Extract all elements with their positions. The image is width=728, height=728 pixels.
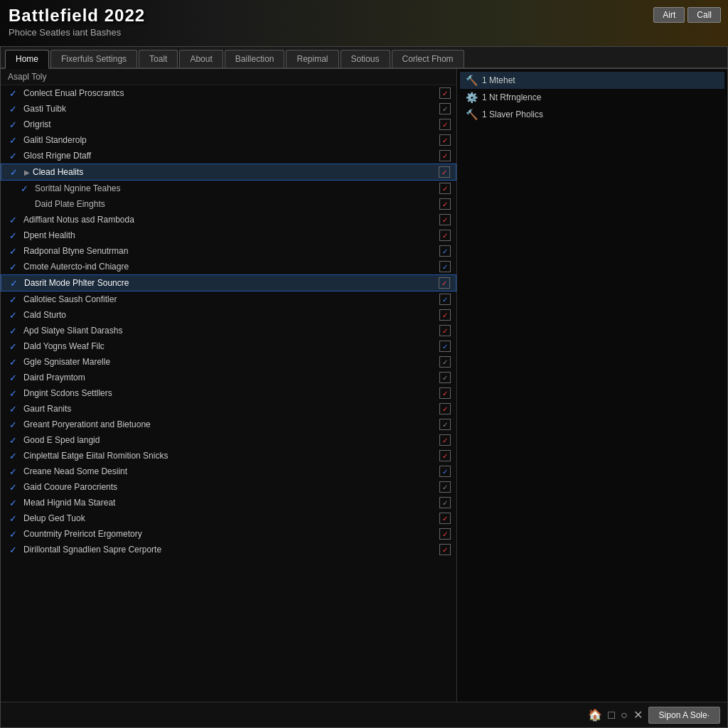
arrow-icon: ▶	[24, 168, 30, 176]
tab-baillection[interactable]: Baillection	[225, 50, 285, 68]
list-item[interactable]: ✓Ggle Sgnisater Marelle✓	[1, 354, 456, 370]
checkbox-icon[interactable]: ✓	[439, 419, 451, 430]
list-item[interactable]: ✓Mead Hignid Ma Stareat✓	[1, 495, 456, 510]
checkbox-icon[interactable]: ✓	[439, 450, 451, 461]
list-item[interactable]: ✓Callotiec Saush Confitler✓	[1, 291, 456, 307]
right-item[interactable]: ⚙️1 Nt Rfrnglence	[460, 89, 724, 106]
item-text: Cinplettal Eatge Eiital Romition Snicks	[23, 451, 439, 461]
checkbox-icon[interactable]: ✓	[439, 119, 451, 130]
list-item[interactable]: ✓Gasti Tuibk✓	[1, 101, 456, 117]
checkbox-icon[interactable]: ✓	[439, 277, 450, 289]
checkbox-icon[interactable]: ✓	[439, 466, 451, 477]
list-item[interactable]: ✓Dald Yogns Weaf Filc✓	[1, 338, 456, 354]
checkbox-icon[interactable]: ✓	[439, 150, 451, 161]
checkbox-icon[interactable]: ✓	[439, 434, 451, 446]
checkbox-icon[interactable]: ✓	[439, 245, 451, 257]
item-text: Gaid Cooure Parocrients	[23, 482, 439, 492]
tab-about[interactable]: About	[179, 50, 223, 68]
checkbox-icon[interactable]: ✓	[439, 372, 451, 383]
checkbox-icon[interactable]: ✓	[439, 513, 451, 524]
checkbox-icon[interactable]: ✓	[439, 261, 451, 272]
checkbox-icon[interactable]: ✓	[439, 230, 451, 241]
checkbox-icon[interactable]: ✓	[439, 183, 451, 194]
check-icon: ✓	[10, 278, 20, 289]
checkbox-icon[interactable]: ✓	[439, 544, 451, 555]
checkbox-icon[interactable]: ✓	[439, 481, 451, 493]
list-item[interactable]: ✓Cinplettal Eatge Eiital Romition Snicks…	[1, 448, 456, 464]
list-item[interactable]: ✓Sorittal Ngnine Teahes✓	[1, 181, 456, 196]
list-item[interactable]: ✓Dirillontall Sgnadlien Sapre Cerporte✓	[1, 542, 456, 557]
list-item[interactable]: ✓Daird Praymtom✓	[1, 370, 456, 385]
list-item[interactable]: ✓Origrist✓	[1, 117, 456, 132]
tab-corlect[interactable]: Corlect Fhom	[392, 50, 464, 68]
close-icon[interactable]: ✕	[633, 708, 643, 722]
check-icon: ✓	[9, 545, 19, 555]
checkbox-icon[interactable]: ✓	[439, 403, 451, 414]
tab-repimal[interactable]: Repimal	[286, 50, 338, 68]
checkbox-icon[interactable]: ✓	[439, 356, 451, 368]
list-item[interactable]: ✓Dasrit Mode Phlter Souncre✓	[1, 274, 456, 291]
item-text: Dasrit Mode Phlter Souncre	[24, 278, 439, 288]
tab-home[interactable]: Home	[5, 50, 49, 69]
list-item[interactable]: ✓Greant Poryerationt and Bietuone✓	[1, 417, 456, 432]
right-item-icon: 🔨	[466, 75, 478, 86]
check-icon: ✓	[9, 262, 19, 272]
checkbox-icon[interactable]: ✓	[439, 294, 451, 305]
checkbox-area: ✓	[439, 150, 451, 161]
left-panel: Asapl Toly ✓Conlect Enual Proscrantcs✓✓G…	[1, 69, 457, 702]
checkbox-icon[interactable]: ✓	[439, 325, 451, 336]
list-item[interactable]: ✓Gaurt Ranits✓	[1, 401, 456, 417]
checkbox-icon[interactable]: ✓	[439, 134, 451, 146]
list-item[interactable]: ✓Gaid Cooure Parocrients✓	[1, 479, 456, 495]
circle-icon[interactable]: ○	[621, 709, 628, 722]
item-text: Dpent Healith	[23, 230, 439, 240]
square-icon[interactable]: □	[608, 709, 615, 722]
checkbox-icon[interactable]: ✓	[439, 214, 451, 225]
list-item[interactable]: ✓Cald Sturto✓	[1, 307, 456, 323]
list-item[interactable]: ✓Apd Siatye Sliant Darashs✓	[1, 323, 456, 338]
right-item[interactable]: 🔨1 Mtehet	[460, 72, 724, 89]
list-item[interactable]: ✓Radponal Btyne Senutrman✓	[1, 243, 456, 259]
list-item[interactable]: ✓Dngint Scdons Settllers✓	[1, 385, 456, 401]
call-button[interactable]: Call	[687, 7, 721, 23]
home-icon[interactable]: 🏠	[588, 708, 602, 722]
checkbox-area: ✓	[439, 166, 450, 178]
list-item[interactable]: ✓Creane Nead Some Desiint✓	[1, 464, 456, 479]
list-item[interactable]: ✓Delup Ged Tuok✓	[1, 510, 456, 526]
item-text: Gasti Tuibk	[23, 104, 439, 114]
app-title: Battlefield 2022	[9, 6, 145, 26]
list-item[interactable]: Daid Plate Einghts✓	[1, 196, 456, 212]
list-item[interactable]: ✓Good E Sped langid✓	[1, 432, 456, 448]
checkbox-icon[interactable]: ✓	[439, 497, 451, 508]
list-item[interactable]: ✓▶Clead Healits✓	[1, 164, 456, 181]
action-button[interactable]: Sipon A Sole·	[648, 707, 720, 724]
checkbox-icon[interactable]: ✓	[439, 103, 451, 114]
right-item[interactable]: 🔨1 Slaver Pholics	[460, 106, 724, 123]
checkbox-icon[interactable]: ✓	[439, 387, 451, 399]
checkbox-icon[interactable]: ✓	[439, 198, 451, 210]
checkbox-area: ✓	[439, 103, 451, 114]
tab-toalt[interactable]: Toalt	[139, 50, 178, 68]
tab-fixerfuls[interactable]: Fixerfuls Settings	[50, 50, 137, 68]
air-button[interactable]: Airt	[653, 7, 685, 23]
checkbox-area: ✓	[439, 434, 451, 446]
checkbox-area: ✓	[439, 87, 451, 99]
list-item[interactable]: ✓Dpent Healith✓	[1, 228, 456, 243]
checkbox-icon[interactable]: ✓	[439, 87, 451, 99]
list-item[interactable]: ✓Countmity Preiricot Ergometory✓	[1, 526, 456, 542]
check-icon: ✓	[9, 246, 19, 257]
checkbox-icon[interactable]: ✓	[439, 341, 451, 352]
list-item[interactable]: ✓Conlect Enual Proscrantcs✓	[1, 85, 456, 101]
checkbox-icon[interactable]: ✓	[439, 528, 451, 540]
checkbox-area: ✓	[439, 528, 451, 540]
list-item[interactable]: ✓Glost Rrigne Dtaff✓	[1, 148, 456, 164]
checkbox-area: ✓	[439, 544, 451, 555]
checkbox-area: ✓	[439, 497, 451, 508]
list-item[interactable]: ✓Adiffiant Notus asd Ramboda✓	[1, 212, 456, 228]
list-container[interactable]: ✓Conlect Enual Proscrantcs✓✓Gasti Tuibk✓…	[1, 85, 456, 702]
checkbox-icon[interactable]: ✓	[439, 309, 451, 321]
list-item[interactable]: ✓Cmote Autercto-ind Chiagre✓	[1, 259, 456, 274]
tab-sotious[interactable]: Sotious	[341, 50, 390, 68]
checkbox-icon[interactable]: ✓	[439, 166, 450, 178]
list-item[interactable]: ✓Galitl Standerolp✓	[1, 132, 456, 148]
